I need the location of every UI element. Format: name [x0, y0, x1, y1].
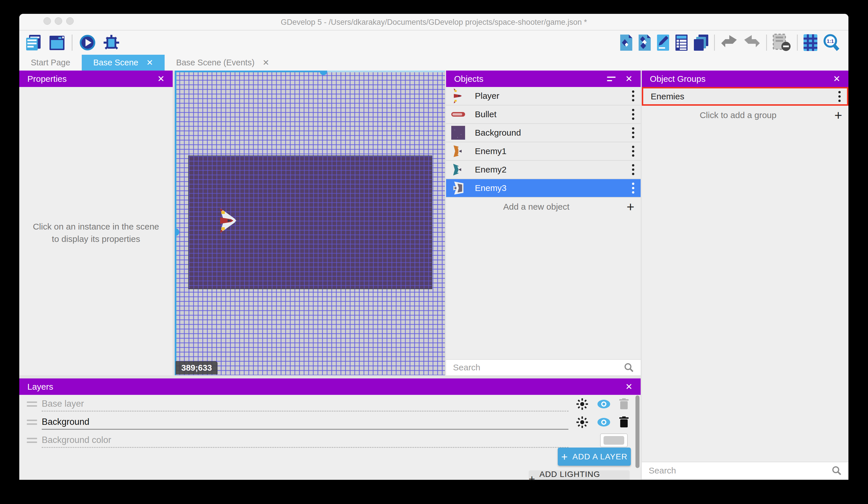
zoom-1-1-icon[interactable]: 1:1	[823, 34, 840, 52]
tab-start-page[interactable]: Start Page	[19, 55, 82, 71]
tab-base-scene-events[interactable]: Base Scene (Events) ✕	[165, 55, 281, 71]
toolbar: 1:1	[19, 31, 848, 55]
object-groups-panel-title: Object Groups	[650, 74, 705, 84]
toolbar-separator	[797, 34, 798, 51]
object-row-enemy3[interactable]: Enemy3	[446, 179, 641, 198]
toolbar-separator	[72, 34, 73, 51]
layer-name-field[interactable]: Base layer	[42, 396, 568, 412]
add-new-object-button[interactable]: Add a new object +	[446, 198, 641, 216]
add-lighting-layer-button[interactable]: + ADD LIGHTING LAYER	[529, 470, 630, 480]
layer-visibility-icon[interactable]	[597, 417, 610, 427]
add-layer-button[interactable]: + ADD A LAYER	[558, 447, 631, 466]
layers-panel: Layers ✕ Base layer	[19, 379, 641, 480]
object-row-player[interactable]: Player	[446, 87, 641, 105]
close-tab-icon[interactable]: ✕	[146, 58, 153, 67]
layer-row-base-layer: Base layer	[19, 395, 641, 413]
layer-row-background: Background	[19, 413, 641, 431]
layers-scrollbar[interactable]	[636, 395, 640, 468]
add-new-object-label: Add a new object	[446, 202, 627, 212]
project-manager-icon[interactable]	[24, 34, 42, 52]
titlebar: GDevelop 5 - /Users/dkarakay/Documents/G…	[19, 14, 848, 31]
scene-editor-icon[interactable]	[49, 34, 65, 51]
enemy1-object-icon	[451, 144, 466, 158]
canvas-left-scrollbar[interactable]	[175, 71, 176, 375]
open-objects-panel-icon[interactable]	[620, 34, 633, 51]
group-menu-icon[interactable]	[838, 91, 841, 102]
instances-list-icon[interactable]	[675, 34, 688, 51]
layer-name-field[interactable]: Background color	[42, 433, 568, 448]
delete-layer-icon[interactable]	[619, 398, 629, 410]
object-row-background[interactable]: Background	[446, 124, 641, 142]
objects-search-input[interactable]	[453, 363, 624, 372]
close-layers-icon[interactable]: ✕	[626, 382, 633, 392]
play-preview-icon[interactable]	[79, 34, 96, 51]
properties-empty-message: Click on an instance in the scene to dis…	[31, 220, 161, 245]
editor-main-area: Properties ✕ Click on an instance in the…	[19, 71, 848, 480]
close-properties-icon[interactable]: ✕	[157, 74, 165, 84]
layer-visibility-icon[interactable]	[597, 400, 610, 409]
background-object-icon	[451, 126, 466, 140]
object-menu-icon[interactable]	[632, 109, 634, 120]
object-row-enemy2[interactable]: Enemy2	[446, 161, 641, 179]
add-lighting-layer-label: ADD LIGHTING LAYER	[539, 470, 630, 480]
gdevelop-window: GDevelop 5 - /Users/dkarakay/Documents/G…	[19, 14, 848, 480]
layer-name-field[interactable]: Background	[42, 415, 568, 430]
layer-effects-icon[interactable]	[576, 398, 589, 410]
groups-search-input[interactable]	[649, 466, 832, 475]
add-group-button[interactable]: Click to add a group +	[642, 106, 848, 125]
close-object-groups-icon[interactable]: ✕	[833, 74, 840, 84]
group-row-enemies[interactable]: Enemies	[642, 87, 848, 106]
canvas-top-scrollbar[interactable]	[175, 71, 320, 72]
background-color-picker[interactable]	[600, 433, 628, 447]
canvas-top-scrollbar-thumb[interactable]	[320, 71, 327, 75]
drag-handle-icon[interactable]	[27, 420, 37, 425]
toolbar-separator	[714, 34, 715, 51]
redo-icon[interactable]	[743, 34, 761, 51]
object-menu-icon[interactable]	[632, 127, 634, 138]
group-name: Enemies	[651, 92, 684, 101]
undo-icon[interactable]	[720, 34, 738, 51]
object-menu-icon[interactable]	[632, 90, 634, 101]
player-instance[interactable]	[218, 208, 237, 233]
filter-icon[interactable]	[607, 77, 616, 81]
bullet-object-icon	[451, 111, 466, 117]
close-tab-icon[interactable]: ✕	[262, 58, 269, 67]
open-properties-panel-icon[interactable]	[657, 34, 670, 51]
cursor-coordinates: 389;633	[176, 361, 218, 374]
drag-handle-icon[interactable]	[27, 402, 37, 407]
svg-text:1:1: 1:1	[827, 39, 834, 44]
open-object-groups-panel-icon[interactable]	[638, 34, 651, 51]
layers-panel-icon[interactable]	[693, 34, 709, 51]
object-menu-icon[interactable]	[632, 164, 634, 175]
player-object-icon	[451, 88, 466, 103]
tab-label: Base Scene (Events)	[176, 58, 255, 67]
toolbar-separator	[766, 34, 767, 51]
scene-canvas[interactable]: 389;633	[175, 71, 445, 375]
objects-panel: Objects ✕ Player Bullet	[446, 71, 641, 375]
search-icon	[832, 466, 841, 475]
delete-layer-icon[interactable]	[619, 416, 629, 428]
object-row-enemy1[interactable]: Enemy1	[446, 142, 641, 161]
color-swatch	[603, 436, 624, 445]
canvas-top-scrollbar-track[interactable]	[327, 71, 445, 72]
object-menu-icon[interactable]	[632, 146, 634, 157]
toggle-grid-icon[interactable]	[803, 34, 818, 52]
enemy2-object-icon	[451, 163, 466, 176]
toggle-mask-icon[interactable]	[772, 34, 792, 52]
drag-handle-icon[interactable]	[27, 438, 37, 443]
search-icon	[624, 363, 634, 372]
object-name: Background	[475, 128, 521, 138]
object-menu-icon[interactable]	[632, 183, 634, 193]
objects-panel-title: Objects	[454, 74, 484, 84]
canvas-left-scrollbar-thumb[interactable]	[175, 228, 179, 236]
tab-label: Start Page	[31, 58, 70, 67]
object-row-bullet[interactable]: Bullet	[446, 105, 641, 124]
tab-base-scene[interactable]: Base Scene ✕	[82, 55, 165, 71]
layer-row-background-color: Background color	[19, 431, 641, 449]
object-name: Player	[475, 91, 499, 101]
close-objects-icon[interactable]: ✕	[626, 74, 633, 84]
object-groups-panel: Object Groups ✕ Enemies Click to add a g…	[642, 71, 848, 480]
debugger-icon[interactable]	[102, 34, 120, 52]
layer-effects-icon[interactable]	[576, 416, 589, 429]
add-layer-label: ADD A LAYER	[572, 452, 627, 461]
